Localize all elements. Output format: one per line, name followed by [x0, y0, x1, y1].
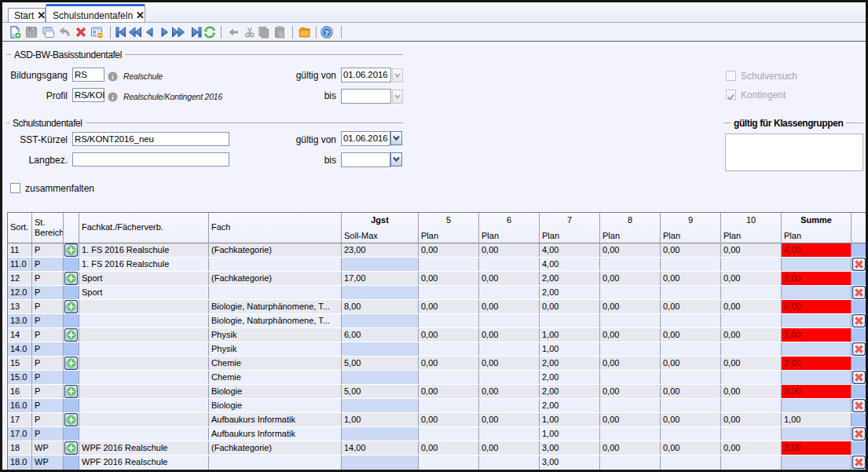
svg-text:?: ?: [324, 28, 329, 37]
